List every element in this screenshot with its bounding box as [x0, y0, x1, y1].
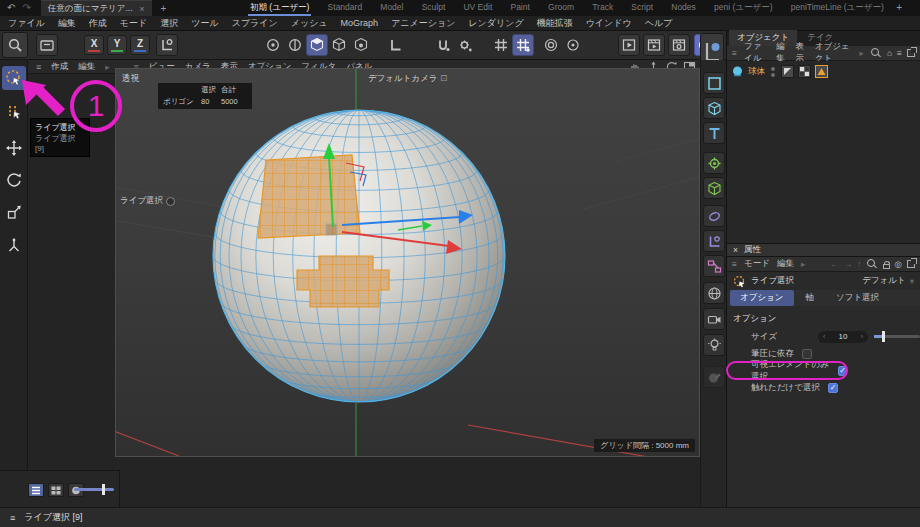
add-layout-button[interactable]: +	[896, 2, 902, 13]
move-tool[interactable]	[2, 136, 26, 160]
visibility-dots[interactable]	[771, 67, 775, 77]
option-checkbox[interactable]	[828, 383, 838, 393]
points-mode-button[interactable]	[262, 34, 284, 56]
attributes-tab[interactable]: 軸	[796, 290, 825, 306]
menu-item[interactable]: MoGraph	[341, 18, 379, 28]
menu-item[interactable]: 作成	[89, 17, 107, 30]
coordinate-system-button[interactable]	[156, 34, 178, 56]
menu-item[interactable]: メッシュ	[291, 17, 328, 30]
polygon-selection-tag[interactable]	[815, 65, 828, 78]
attr-submenu-arrow-icon[interactable]: ▸	[801, 259, 805, 269]
layout-tab[interactable]: peniTimeLine (ユーザー)	[789, 0, 886, 16]
panel-menu-create[interactable]: 作成	[51, 61, 68, 73]
modeling-axis-tool[interactable]	[2, 234, 26, 258]
attr-target-icon[interactable]: ◎	[895, 259, 902, 269]
object-row-sphere[interactable]: 球体	[731, 65, 828, 78]
preset-dropdown[interactable]: デフォルト▾	[862, 275, 914, 287]
menu-item[interactable]: スプライン	[232, 17, 278, 30]
status-menu-icon[interactable]: ≡	[10, 513, 15, 523]
layout-tab[interactable]: UV Edit	[461, 0, 494, 16]
xpresso-button[interactable]	[703, 255, 725, 277]
layout-tab[interactable]: peni (ユーザー)	[712, 0, 775, 16]
deformer-button[interactable]	[703, 177, 725, 199]
render-view-button[interactable]	[618, 34, 640, 56]
primitive-cube-button[interactable]	[703, 97, 725, 119]
sky-object-button[interactable]	[703, 282, 725, 304]
layout-tab[interactable]: Paint	[508, 0, 531, 16]
option-checkbox[interactable]	[838, 366, 847, 376]
render-picture-viewer-button[interactable]	[643, 34, 665, 56]
menu-item[interactable]: モード	[120, 17, 147, 30]
menu-item[interactable]: ツール	[191, 17, 218, 30]
attr-up-icon[interactable]: ↑	[857, 259, 861, 269]
enable-snap-button[interactable]	[432, 34, 454, 56]
phong-tag[interactable]	[781, 65, 794, 78]
snap-grid-button[interactable]	[512, 34, 534, 56]
quantize-rotate-button[interactable]	[540, 34, 562, 56]
attr-popout-icon[interactable]	[907, 260, 915, 268]
object-mode-button[interactable]	[328, 34, 350, 56]
attr-menu-icon[interactable]: ≡	[732, 259, 737, 269]
om-search-icon[interactable]	[871, 48, 882, 59]
layout-tab[interactable]: 初期 (ユーザー)	[248, 0, 311, 16]
3d-viewport[interactable]: 透視 デフォルトカメラ ⊡ 選択 合計 ポリゴン 80 5000 ライブ選択 グ…	[115, 68, 700, 457]
command-box-button[interactable]	[36, 34, 58, 56]
lock-z-axis-button[interactable]: Z	[130, 35, 150, 55]
layout-tab[interactable]: Sculpt	[420, 0, 448, 16]
texture-mode-button[interactable]	[350, 34, 372, 56]
text-object-button[interactable]	[703, 122, 725, 144]
layout-tab[interactable]: Model	[378, 0, 405, 16]
attr-menu-edit[interactable]: 編集	[777, 258, 794, 270]
redo-icon[interactable]: ↷	[22, 0, 30, 16]
panel-menu-icon[interactable]: ≡	[36, 62, 41, 72]
workplane-mode-button[interactable]	[384, 34, 406, 56]
attr-forward-icon[interactable]: →	[844, 259, 853, 269]
quantize-scale-button[interactable]	[562, 34, 584, 56]
size-spinner[interactable]: ‹10›	[818, 331, 868, 343]
attributes-tab[interactable]: ソフト選択	[826, 290, 889, 306]
camera-object-button[interactable]	[703, 308, 725, 330]
polygons-mode-button[interactable]	[306, 34, 328, 56]
workplane-grid-button[interactable]	[490, 34, 512, 56]
close-tab-icon[interactable]: ×	[140, 4, 145, 14]
attr-menu-mode[interactable]: モード	[744, 258, 770, 270]
snap-settings-button[interactable]	[454, 34, 476, 56]
material-size-slider[interactable]	[74, 488, 114, 491]
layout-tab[interactable]: Nodes	[669, 0, 698, 16]
menu-item[interactable]: アニメーション	[391, 17, 455, 30]
attr-lock-icon[interactable]	[883, 264, 890, 269]
generator-button[interactable]	[703, 152, 725, 174]
new-document-tab-button[interactable]: +	[161, 3, 167, 14]
material-list-view-button[interactable]	[28, 483, 44, 497]
object-name[interactable]: 球体	[748, 66, 765, 78]
lock-y-axis-button[interactable]: Y	[107, 35, 127, 55]
om-submenu-arrow-icon[interactable]: ▸	[860, 48, 864, 58]
menu-item[interactable]: レンダリング	[468, 17, 523, 30]
menu-item[interactable]: ファイル	[8, 17, 45, 30]
document-tab[interactable]: 任意の面にマテリア... ×	[41, 0, 152, 16]
field-object-button[interactable]	[703, 205, 725, 227]
layout-tab[interactable]: Standard	[326, 0, 365, 16]
om-menu-icon[interactable]: ≡	[732, 48, 737, 58]
render-settings-button[interactable]	[668, 34, 690, 56]
attributes-tab[interactable]: オプション	[730, 290, 794, 306]
menu-item[interactable]: 編集	[58, 17, 76, 30]
attr-close-icon[interactable]: ×	[733, 245, 738, 255]
options-section-title[interactable]: オプション	[727, 306, 920, 328]
menu-item[interactable]: ヘルプ	[645, 17, 673, 30]
scale-tool[interactable]	[2, 200, 26, 224]
uv-tag[interactable]	[798, 65, 811, 78]
light-object-button[interactable]	[703, 334, 725, 356]
submenu-arrow-icon[interactable]: ▸	[105, 62, 109, 72]
panel-menu-edit[interactable]: 編集	[78, 61, 95, 73]
object-list[interactable]: 球体	[727, 61, 920, 243]
om-filter-icon[interactable]: ≡	[897, 48, 902, 58]
layout-tab[interactable]: Groom	[546, 0, 576, 16]
undo-icon[interactable]: ↶	[7, 0, 15, 16]
size-slider[interactable]	[874, 335, 920, 338]
spline-object-button[interactable]	[703, 72, 725, 94]
menu-item[interactable]: 選択	[160, 17, 178, 30]
material-grid-view-button[interactable]	[48, 483, 64, 497]
om-popout-icon[interactable]	[907, 49, 915, 57]
menu-item[interactable]: ウインドウ	[586, 17, 632, 30]
